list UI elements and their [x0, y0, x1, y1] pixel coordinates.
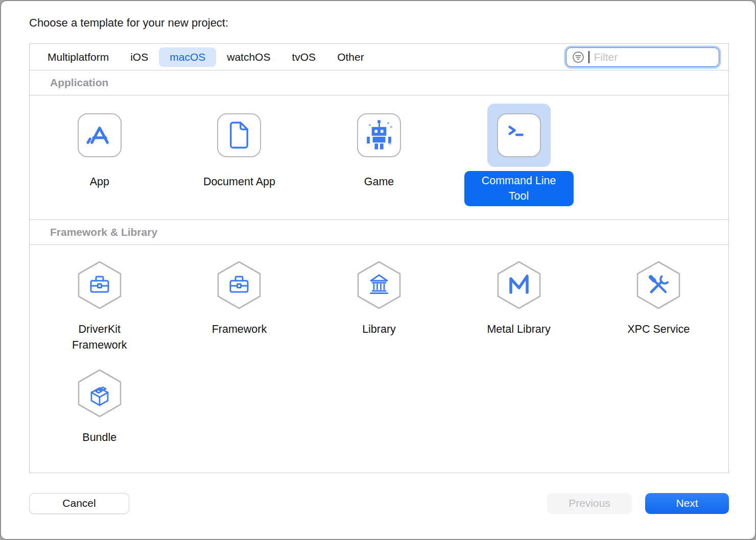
lego-brick-hexagon-icon [68, 367, 131, 419]
template-label: XPC Service [627, 322, 690, 337]
previous-button[interactable]: Previous [547, 493, 632, 514]
template-label: Library [362, 322, 396, 337]
template-item-app[interactable]: App [30, 95, 170, 206]
text-caret [588, 51, 589, 63]
template-item-driverkit-framework[interactable]: DriverKit Framework [30, 245, 170, 353]
template-chooser-panel: Multiplatform iOS macOS watchOS tvOS Oth… [29, 43, 729, 473]
filter-icon [572, 51, 585, 64]
selected-template-highlight [487, 104, 551, 167]
template-label: App [90, 174, 109, 189]
terminal-prompt-icon [497, 113, 541, 157]
cancel-button[interactable]: Cancel [29, 493, 129, 514]
section-header-framework-library: Framework & Library [30, 220, 728, 245]
template-label: Metal Library [487, 322, 550, 337]
template-item-library[interactable]: Library [309, 245, 449, 353]
framework-library-grid: DriverKit Framework Framework [30, 245, 728, 473]
document-icon [217, 113, 261, 157]
briefcase-hexagon-icon [68, 259, 131, 310]
application-template-grid: App Document App [30, 95, 728, 220]
app-store-icon [78, 113, 122, 157]
selected-template-label: Command Line Tool [464, 171, 574, 206]
tab-macos[interactable]: macOS [159, 47, 216, 67]
dialog-footer: Cancel Previous Next [29, 493, 729, 514]
template-item-metal-library[interactable]: Metal Library [449, 245, 589, 353]
tab-watchos[interactable]: watchOS [216, 47, 281, 67]
tab-tvos[interactable]: tvOS [281, 47, 326, 67]
tab-multiplatform[interactable]: Multiplatform [37, 47, 120, 67]
template-label: Framework [212, 322, 267, 337]
platform-tabbar: Multiplatform iOS macOS watchOS tvOS Oth… [30, 44, 728, 70]
template-item-game[interactable]: Game [309, 95, 449, 206]
dialog-title: Choose a template for your new project: [29, 16, 228, 30]
library-building-hexagon-icon [347, 259, 411, 310]
game-robot-icon [357, 113, 401, 157]
next-button[interactable]: Next [645, 493, 729, 514]
template-label: Document App [203, 174, 275, 189]
briefcase-hexagon-icon [207, 259, 271, 310]
template-label: DriverKit Framework [59, 322, 140, 353]
filter-field[interactable] [566, 47, 719, 67]
new-project-dialog: Choose a template for your new project: … [0, 0, 756, 540]
tab-other[interactable]: Other [326, 47, 375, 67]
template-item-document-app[interactable]: Document App [170, 95, 310, 206]
section-header-application: Application [30, 70, 728, 95]
metal-hexagon-icon [487, 259, 551, 310]
template-label: Game [364, 174, 394, 189]
template-label: Bundle [82, 430, 116, 446]
template-item-xpc-service[interactable]: XPC Service [588, 245, 728, 353]
crossed-tools-hexagon-icon [627, 259, 690, 310]
tab-ios[interactable]: iOS [120, 47, 159, 67]
template-item-bundle[interactable]: Bundle [30, 353, 170, 446]
template-item-command-line-tool[interactable]: Command Line Tool [449, 95, 589, 206]
empty-grid-cell [588, 95, 728, 206]
template-item-framework[interactable]: Framework [170, 245, 310, 353]
filter-input[interactable] [593, 51, 714, 64]
